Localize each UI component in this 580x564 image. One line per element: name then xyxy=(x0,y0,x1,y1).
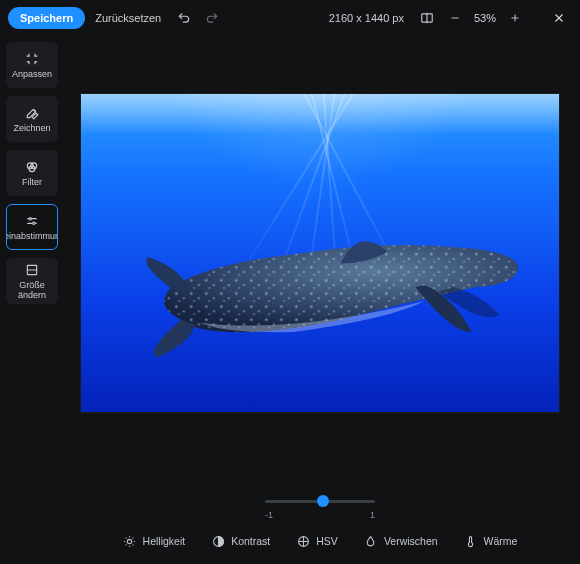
slider-thumb[interactable] xyxy=(317,495,329,507)
crop-icon xyxy=(24,51,40,67)
svg-line-25 xyxy=(126,544,127,545)
value-slider[interactable] xyxy=(265,494,375,508)
zoom-in-button[interactable] xyxy=(502,5,528,31)
redo-button[interactable] xyxy=(199,5,225,31)
image-canvas[interactable] xyxy=(81,94,559,412)
sidebar-item-label: Zeichnen xyxy=(13,124,50,133)
svg-point-13 xyxy=(33,222,35,224)
slider-max-label: 1 xyxy=(370,510,375,520)
tab-hsv[interactable]: HSV xyxy=(290,530,344,552)
topbar: Speichern Zurücksetzen 2160 x 1440 px 53… xyxy=(0,0,580,36)
tab-label: Verwischen xyxy=(384,535,438,547)
svg-line-21 xyxy=(126,537,127,538)
sliders-icon xyxy=(24,213,40,229)
tab-contrast[interactable]: Kontrast xyxy=(205,530,276,552)
svg-line-22 xyxy=(133,544,134,545)
tab-label: HSV xyxy=(316,535,338,547)
hsv-icon xyxy=(296,534,310,548)
tab-label: Wärme xyxy=(484,535,518,547)
thermometer-icon xyxy=(464,534,478,548)
svg-line-26 xyxy=(133,537,134,538)
svg-point-18 xyxy=(127,539,131,543)
filter-icon xyxy=(24,159,40,175)
sidebar-item-label: Filter xyxy=(22,178,42,187)
svg-point-12 xyxy=(29,217,31,219)
tab-label: Helligkeit xyxy=(143,535,186,547)
sidebar-item-finetune[interactable]: einabstimmun xyxy=(6,204,58,250)
main-area: -1 1 Helligkeit Kontrast HSV xyxy=(64,36,580,564)
tab-warmth[interactable]: Wärme xyxy=(458,530,524,552)
sidebar-item-label: Anpassen xyxy=(12,70,52,79)
pencil-icon xyxy=(24,105,40,121)
tab-blur[interactable]: Verwischen xyxy=(358,530,444,552)
save-button[interactable]: Speichern xyxy=(8,7,85,29)
zoom-controls: 53% xyxy=(442,5,528,31)
compare-button[interactable] xyxy=(414,5,440,31)
slider-zone: -1 1 xyxy=(70,492,570,520)
canvas-wrap xyxy=(70,94,570,492)
close-icon xyxy=(552,11,566,25)
compare-icon xyxy=(420,11,434,25)
whale-shark-image xyxy=(136,212,526,362)
sun-icon xyxy=(123,534,137,548)
zoom-out-button[interactable] xyxy=(442,5,468,31)
sidebar-item-label: einabstimmun xyxy=(6,232,58,241)
undo-icon xyxy=(177,11,191,25)
sidebar-item-draw[interactable]: Zeichnen xyxy=(6,96,58,142)
undo-button[interactable] xyxy=(171,5,197,31)
droplet-icon xyxy=(364,534,378,548)
sidebar-item-resize[interactable]: Größe ändern xyxy=(6,258,58,304)
reset-button[interactable]: Zurücksetzen xyxy=(87,7,169,29)
slider-min-label: -1 xyxy=(265,510,273,520)
adjustment-tabs: Helligkeit Kontrast HSV Verwischen xyxy=(117,520,524,558)
contrast-icon xyxy=(211,534,225,548)
close-button[interactable] xyxy=(546,5,572,31)
dimensions-label: 2160 x 1440 px xyxy=(321,12,412,24)
sidebar-item-label: Größe ändern xyxy=(9,281,55,300)
redo-icon xyxy=(205,11,219,25)
sidebar: Anpassen Zeichnen Filter einabstimmun Gr xyxy=(0,36,64,564)
sidebar-item-filter[interactable]: Filter xyxy=(6,150,58,196)
minus-icon xyxy=(449,12,461,24)
plus-icon xyxy=(509,12,521,24)
zoom-value: 53% xyxy=(468,12,502,24)
sidebar-item-fit[interactable]: Anpassen xyxy=(6,42,58,88)
tab-brightness[interactable]: Helligkeit xyxy=(117,530,192,552)
resize-icon xyxy=(24,262,40,278)
tab-label: Kontrast xyxy=(231,535,270,547)
